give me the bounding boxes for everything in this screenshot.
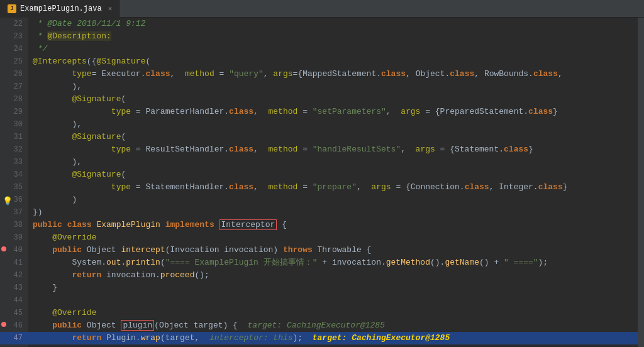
line-row: 33 ),	[0, 156, 638, 168]
line-content: @Intercepts({@Signature(	[28, 55, 638, 68]
line-number: 38	[0, 219, 28, 231]
file-tab[interactable]: J ExamplePlugin.java ✕	[0, 0, 120, 18]
line-number: 39	[0, 231, 28, 244]
line-number: 25	[0, 55, 28, 68]
line-content: )	[28, 194, 638, 206]
line-number: 43	[0, 282, 28, 294]
line-number: 41	[0, 256, 28, 269]
line-row: 41 System.out.println("==== ExamplePlugi…	[0, 256, 638, 269]
close-icon[interactable]: ✕	[108, 4, 113, 13]
line-row: 23 * @Description:	[0, 30, 638, 43]
line-number: 44	[0, 294, 28, 307]
line-number: 45	[0, 307, 28, 319]
line-number: 30	[0, 118, 28, 131]
tab-bar: J ExamplePlugin.java ✕	[0, 0, 644, 18]
line-number: 48	[0, 344, 28, 347]
line-row: 22 * @Date 2018/11/1 9:12	[0, 18, 638, 30]
line-content: }	[28, 344, 638, 347]
line-row: 31 @Signature(	[0, 131, 638, 143]
scrollbar[interactable]	[638, 18, 644, 347]
line-content: ),	[28, 156, 638, 168]
line-content: ),	[28, 80, 638, 93]
line-row: 27 ),	[0, 80, 638, 93]
line-number: 40	[0, 244, 28, 256]
line-content: }	[28, 282, 638, 294]
line-number: 29	[0, 106, 28, 118]
line-content: return invocation.proceed();	[28, 269, 638, 282]
line-number: 35	[0, 181, 28, 194]
line-content: ),	[28, 118, 638, 131]
line-row: 38 public class ExamplePlugin implements…	[0, 219, 638, 231]
line-number: 34	[0, 168, 28, 181]
line-row: 48 }	[0, 344, 638, 347]
line-content: public Object intercept(Invocation invoc…	[28, 244, 638, 256]
line-row: 47 return Plugin.wrap(target, intercepto…	[0, 332, 638, 344]
line-row: 44	[0, 294, 638, 307]
line-row: 💡36 )	[0, 194, 638, 206]
line-row: 43 }	[0, 282, 638, 294]
line-content: @Signature(	[28, 93, 638, 106]
line-number: 33	[0, 156, 28, 168]
line-row: 25 @Intercepts({@Signature(	[0, 55, 638, 68]
line-content: type = ParameterHandler.class, method = …	[28, 106, 638, 118]
line-row: 24 */	[0, 43, 638, 55]
line-content: */	[28, 43, 638, 55]
java-file-icon: J	[8, 4, 16, 13]
line-number: 24	[0, 43, 28, 55]
line-content: return Plugin.wrap(target, interceptor: …	[28, 332, 638, 344]
line-row: 29 type = ParameterHandler.class, method…	[0, 106, 638, 118]
line-number: 27	[0, 80, 28, 93]
line-number: 23	[0, 30, 28, 43]
line-number: 31	[0, 131, 28, 143]
editor-area: 22 * @Date 2018/11/1 9:12 23 * @Descript…	[0, 18, 644, 347]
line-content: @Signature(	[28, 131, 638, 143]
line-content: @Override	[28, 307, 638, 319]
line-content: @Signature(	[28, 168, 638, 181]
line-row: 26 type= Executor.class, method = "query…	[0, 68, 638, 80]
line-content: type= Executor.class, method = "query", …	[28, 68, 638, 80]
line-number: 37	[0, 206, 28, 219]
line-content: * @Date 2018/11/1 9:12	[28, 18, 638, 30]
line-content: public class ExamplePlugin implements In…	[28, 219, 638, 231]
line-number: 47	[0, 332, 28, 344]
line-row: 34 @Signature(	[0, 168, 638, 181]
code-lines: 22 * @Date 2018/11/1 9:12 23 * @Descript…	[0, 18, 638, 347]
line-row: 42 return invocation.proceed();	[0, 269, 638, 282]
line-content: type = ResultSetHandler.class, method = …	[28, 143, 638, 156]
line-content: * @Description:	[28, 30, 638, 43]
line-number: 42	[0, 269, 28, 282]
line-row: 40 public Object intercept(Invocation in…	[0, 244, 638, 256]
line-content: public Object plugin(Object target) { ta…	[28, 319, 638, 332]
line-row: 46 public Object plugin(Object target) {…	[0, 319, 638, 332]
line-number: 28	[0, 93, 28, 106]
line-number: 32	[0, 143, 28, 156]
line-content: type = StatementHandler.class, method = …	[28, 181, 638, 194]
line-content: })	[28, 206, 638, 219]
line-row: 39 @Override	[0, 231, 638, 244]
line-row: 32 type = ResultSetHandler.class, method…	[0, 143, 638, 156]
line-row: 35 type = StatementHandler.class, method…	[0, 181, 638, 194]
line-row: 28 @Signature(	[0, 93, 638, 106]
line-content: System.out.println("==== ExamplePlugin 开…	[28, 256, 638, 269]
line-content: @Override	[28, 231, 638, 244]
line-row: 37 })	[0, 206, 638, 219]
line-number: 💡36	[0, 194, 28, 206]
tab-label: ExamplePlugin.java	[20, 4, 102, 13]
line-number: 22	[0, 18, 28, 30]
line-row: 30 ),	[0, 118, 638, 131]
line-number: 46	[0, 319, 28, 332]
line-row: 45 @Override	[0, 307, 638, 319]
line-number: 26	[0, 68, 28, 80]
line-content	[28, 294, 638, 307]
